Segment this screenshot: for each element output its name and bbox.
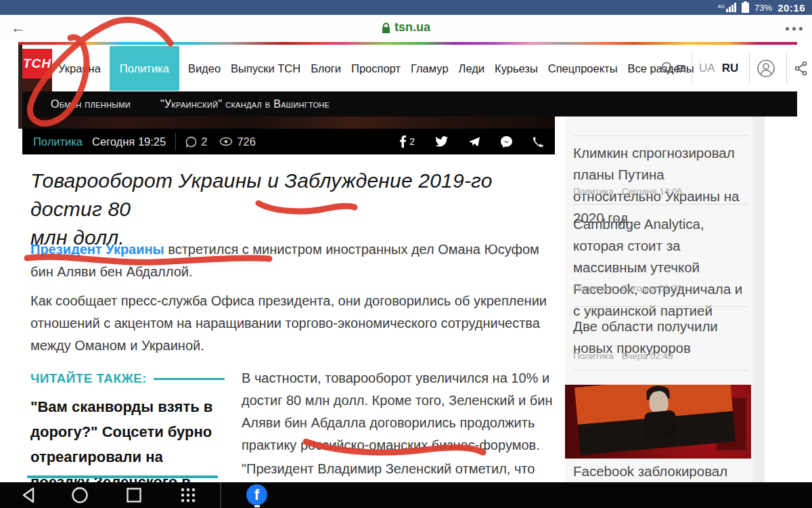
article-hero-image <box>22 117 555 129</box>
sidebar-separator <box>573 306 748 307</box>
read-also-label: ЧИТАЙТЕ ТАКЖЕ: <box>30 371 147 386</box>
eye-icon <box>219 137 233 146</box>
read-also-rule <box>154 378 225 380</box>
nav-item-specproekty[interactable]: Спецпроекты <box>547 62 619 75</box>
twitter-icon <box>435 136 448 147</box>
android-status-bar: 4G 73% 20:16 <box>0 0 812 15</box>
signal-icon: 4G <box>717 3 736 12</box>
lead-link[interactable]: Президент Украины <box>30 242 164 257</box>
sidebar-item-3-meta: ПолитикаВчера 02:49 <box>573 351 673 361</box>
nav-right-cluster: UA RU <box>660 45 809 91</box>
messenger-share-button[interactable] <box>501 136 512 148</box>
nav-item-glamur[interactable]: Гламур <box>409 62 450 75</box>
browser-menu-button[interactable] <box>786 27 803 30</box>
battery-icon <box>742 3 749 13</box>
menu-lines-icon[interactable] <box>677 64 685 72</box>
screen: 4G 73% 20:16 ← tsn.ua ТСН Украина Полити… <box>0 0 812 508</box>
sidebar-item-2-title[interactable]: Cambridge Analytica, которая стоит за ма… <box>573 213 749 322</box>
logo-shadow <box>22 79 52 91</box>
topics-subnav: Обмен пленными "Украинский" скандал в Ва… <box>22 91 797 117</box>
article-paragraph-2: Как сообщает пресс-служба Офиса президен… <box>30 290 557 357</box>
article-meta-bar: Политика Сегодня 19:25 2 726 2 <box>22 129 555 154</box>
nav-item-ukraina[interactable]: Украина <box>57 62 102 75</box>
url-text: tsn.ua <box>394 20 430 35</box>
sidebar-item-2-meta: ПолитикаСегодня 01:23 <box>573 283 682 293</box>
android-back-button[interactable] <box>16 482 41 508</box>
lang-switch-ru[interactable]: RU <box>722 62 739 75</box>
profile-icon[interactable] <box>757 59 775 78</box>
read-also-bottom-border <box>27 475 218 478</box>
telegram-icon <box>468 136 480 147</box>
viber-share-button[interactable] <box>533 136 544 148</box>
twitter-share-button[interactable] <box>435 136 448 147</box>
red-black-flag <box>574 385 736 455</box>
subnav-item-1[interactable]: Обмен пленными <box>51 98 131 110</box>
network-type-label: 4G <box>717 4 725 9</box>
article-lead: Президент Украины встретился с министром… <box>30 238 557 283</box>
article-paragraph-3: В частности, товарооборот увеличился на … <box>242 367 554 457</box>
messenger-icon <box>501 136 512 148</box>
sidebar-item-1-meta: ПолитикаСегодня 14:06 <box>573 186 682 196</box>
sidebar-separator <box>573 135 748 136</box>
sidebar-separator <box>573 370 748 371</box>
nav-item-blogi[interactable]: Блоги <box>309 62 342 75</box>
facebook-share-button[interactable]: 2 <box>399 135 415 148</box>
tsn-logo[interactable]: ТСН <box>22 49 52 79</box>
address-bar[interactable]: tsn.ua <box>0 20 812 35</box>
nav-item-vypuski-tsn[interactable]: Выпуски ТСН <box>229 62 302 75</box>
telegram-share-button[interactable] <box>468 136 480 147</box>
battery-percent: 73% <box>754 3 772 13</box>
article-paragraph-4: "Президент Владимир Зеленский отметил, ч… <box>242 458 554 480</box>
main-nav: Украина Политика Видео Выпуски ТСН Блоги… <box>57 46 696 91</box>
comments-count[interactable]: 2 <box>185 135 207 148</box>
nav-item-politika[interactable]: Политика <box>110 46 179 91</box>
nav-item-ledi[interactable]: Леди <box>457 62 487 75</box>
portrait-on-flag <box>639 385 679 440</box>
nav-item-prosport[interactable]: Проспорт <box>350 62 402 75</box>
clock: 20:16 <box>777 2 805 14</box>
views-count: 726 <box>219 135 256 148</box>
subnav-item-2[interactable]: "Украинский" скандал в Вашингтоне <box>160 98 330 110</box>
scrollbar-track[interactable] <box>752 117 765 482</box>
comment-icon <box>185 136 197 148</box>
lang-switch-ua[interactable]: UA <box>699 62 715 75</box>
nav-item-kurezy[interactable]: Курьезы <box>493 62 539 75</box>
sidebar-item-4-title[interactable]: Facebook заблокировал <box>573 463 749 480</box>
facebook-app-shortcut[interactable]: f <box>246 484 267 505</box>
share-icon[interactable] <box>794 61 809 76</box>
share-buttons: 2 <box>399 135 544 148</box>
lock-icon <box>382 22 390 33</box>
sidebar-separator <box>573 204 748 205</box>
facebook-app-indicator <box>254 505 260 507</box>
viber-icon <box>533 136 544 148</box>
android-home-button[interactable] <box>68 482 92 508</box>
apps-grid-button[interactable] <box>176 482 200 508</box>
sidebar-article-image[interactable] <box>565 385 751 459</box>
search-icon[interactable] <box>660 61 675 76</box>
nav-item-video[interactable]: Видео <box>187 62 222 75</box>
article-category-link[interactable]: Политика <box>33 135 83 148</box>
facebook-icon <box>399 135 407 148</box>
nav-bar-divider <box>220 482 221 508</box>
article-date: Сегодня 19:25 <box>92 135 166 148</box>
android-recents-button[interactable] <box>122 482 146 508</box>
